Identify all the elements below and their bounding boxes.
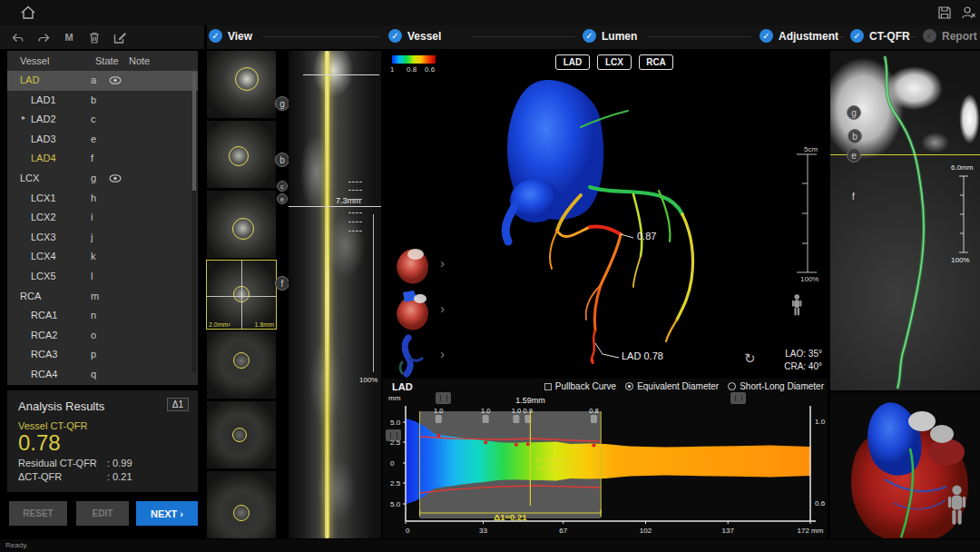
vessel-state: k bbox=[91, 251, 96, 261]
residual-row: Residual CT-QFR: 0.99 bbox=[18, 458, 187, 468]
visibility-eye-icon[interactable] bbox=[109, 174, 122, 182]
cross-section-tile-5[interactable] bbox=[207, 331, 276, 399]
svg-text:172 mm: 172 mm bbox=[798, 527, 824, 535]
vessel-name: RCA bbox=[20, 291, 41, 301]
status-text: Ready. bbox=[5, 541, 28, 549]
svg-text:1.0: 1.0 bbox=[512, 407, 521, 415]
vessel-row-rca4[interactable]: RCA4q bbox=[7, 365, 198, 385]
section-marker-c[interactable]: c bbox=[277, 181, 288, 192]
coronary-3d-view[interactable]: 1 0.8 0.6 LAD LCX RCA bbox=[383, 51, 828, 377]
tab-view[interactable]: ✓View bbox=[209, 29, 252, 43]
analysis-title: Analysis Results bbox=[18, 399, 187, 413]
vessel-row-rca2[interactable]: RCA2o bbox=[7, 326, 198, 346]
cross-section-tile-7[interactable] bbox=[207, 471, 276, 538]
svg-text:2.5: 2.5 bbox=[390, 479, 401, 488]
tick-dashes bbox=[348, 190, 362, 191]
vessel-row-lad3[interactable]: LAD3e bbox=[7, 130, 198, 150]
undo-icon[interactable] bbox=[11, 31, 25, 44]
mpr-marker-e[interactable]: e bbox=[847, 148, 861, 163]
section-marker-g[interactable]: g bbox=[275, 96, 289, 111]
rotate-view-icon[interactable]: ↻ bbox=[744, 350, 756, 367]
crosshair-horizontal bbox=[207, 296, 276, 297]
vessel-row-rca[interactable]: RCAm bbox=[7, 287, 198, 307]
mpr-marker-b[interactable]: b bbox=[848, 129, 862, 143]
vessel-row-lcx1[interactable]: LCX1h bbox=[7, 189, 198, 209]
heart-preview-3[interactable]: › bbox=[390, 334, 432, 378]
cross-section-tile-1[interactable] bbox=[207, 51, 276, 118]
mpr-marker-g[interactable]: g bbox=[847, 105, 861, 120]
svg-text:0.9: 0.9 bbox=[524, 407, 533, 415]
vessel-row-lad4[interactable]: LAD4f bbox=[7, 149, 198, 169]
tab-adjustment[interactable]: ✓Adjustment bbox=[760, 29, 838, 43]
qfr-marker-dot bbox=[514, 443, 518, 447]
visibility-eye-icon[interactable] bbox=[109, 76, 122, 84]
vessel-row-rca3[interactable]: RCA3p bbox=[7, 345, 198, 365]
vessel-name: LCX5 bbox=[31, 271, 56, 281]
home-icon[interactable] bbox=[20, 5, 36, 21]
left-axis-handle[interactable] bbox=[386, 429, 401, 441]
vessel-button-rca[interactable]: RCA bbox=[639, 54, 673, 70]
colorbar-tick-1: 1 bbox=[390, 65, 394, 74]
cra-angle: CRA: 40° bbox=[784, 361, 822, 371]
next-button[interactable]: NEXT › bbox=[136, 501, 198, 526]
tick-dashes bbox=[348, 222, 362, 222]
straightened-vessel-view[interactable]: 7.3mm 100% bbox=[289, 51, 381, 538]
crosshair-vertical bbox=[241, 261, 242, 328]
vessel-row-lcx[interactable]: LCXg bbox=[7, 169, 198, 189]
tab-ct-qfr[interactable]: ✓CT-QFR bbox=[850, 29, 910, 43]
distance-label: 7.3mm bbox=[336, 196, 361, 205]
vessel-ctqfr-value: 0.78 bbox=[18, 431, 187, 455]
edit-button[interactable]: EDIT bbox=[76, 501, 129, 526]
heart-preview-1[interactable]: › bbox=[390, 243, 432, 287]
tab-vessel[interactable]: ✓Vessel bbox=[388, 29, 441, 43]
cross-section-tile-4[interactable]: 2.0mm²1.8mm bbox=[207, 261, 276, 328]
tab-lumen[interactable]: ✓Lumen bbox=[583, 29, 637, 43]
section-marker-e[interactable]: e bbox=[277, 193, 288, 204]
expand-icon[interactable]: ▸ bbox=[22, 113, 25, 122]
user-icon[interactable] bbox=[960, 5, 976, 21]
tab-label: View bbox=[228, 30, 252, 43]
reset-button[interactable]: RESET bbox=[9, 501, 67, 526]
vessel-row-rca1[interactable]: RCA1n bbox=[7, 306, 198, 326]
heart-3d-view[interactable] bbox=[830, 392, 980, 538]
vessel-button-lcx[interactable]: LCX bbox=[597, 54, 632, 70]
tab-label: Vessel bbox=[407, 30, 441, 43]
vessel-row-lad2[interactable]: ▸LAD2c bbox=[7, 110, 198, 130]
region-start-handle[interactable] bbox=[436, 392, 451, 404]
cross-section-tile-3[interactable] bbox=[207, 191, 276, 258]
heart-preview-2[interactable]: › bbox=[390, 289, 432, 332]
cross-section-tile-6[interactable] bbox=[207, 401, 276, 468]
vessel-button-lad[interactable]: LAD bbox=[555, 54, 590, 70]
redo-icon[interactable] bbox=[36, 31, 51, 44]
ct-qfr-application: M Vessel State Note LADaLAD1b▸LAD2cLAD3e… bbox=[0, 0, 980, 552]
vessel-row-lcx2[interactable]: LCX2i bbox=[7, 208, 198, 228]
vessel-state: o bbox=[91, 330, 96, 340]
vessel-state: n bbox=[91, 310, 96, 320]
tab-report[interactable]: ✓Report bbox=[923, 29, 977, 43]
save-icon[interactable] bbox=[936, 5, 953, 21]
vessel-row-lad1[interactable]: LAD1b bbox=[7, 91, 198, 111]
vessel-row-lcx3[interactable]: LCX3j bbox=[7, 228, 198, 248]
crosshair-line[interactable] bbox=[289, 206, 381, 207]
vessel-list-scrollbar[interactable] bbox=[192, 73, 196, 372]
lumen-contour-ring bbox=[232, 218, 254, 240]
vessel-name: RCA1 bbox=[31, 310, 57, 320]
measure-m-button[interactable]: M bbox=[62, 31, 76, 44]
curved-mpr-view[interactable]: gbef 6.0mm 100% bbox=[830, 51, 980, 390]
lumen-contour-ring bbox=[233, 352, 250, 369]
vessel-row-lcx5[interactable]: LCX5l bbox=[7, 267, 198, 287]
svg-text:137: 137 bbox=[722, 527, 735, 535]
cross-section-tile-2[interactable] bbox=[207, 121, 276, 188]
region-end-handle[interactable] bbox=[730, 392, 746, 404]
tab-label: Report bbox=[942, 30, 977, 43]
svg-text:CT-QFR 0.87: CT-QFR 0.87 bbox=[535, 465, 576, 473]
vessel-row-lad[interactable]: LADa bbox=[7, 71, 198, 91]
section-marker-b[interactable]: b bbox=[275, 153, 289, 167]
vessel-state: l bbox=[91, 271, 93, 281]
section-marker-f[interactable]: f bbox=[275, 276, 289, 291]
delete-icon[interactable] bbox=[87, 31, 102, 44]
vessel-state: q bbox=[91, 369, 96, 380]
edit-icon[interactable] bbox=[113, 31, 127, 44]
svg-text:0: 0 bbox=[390, 459, 395, 468]
vessel-row-lcx4[interactable]: LCX4k bbox=[7, 247, 198, 267]
